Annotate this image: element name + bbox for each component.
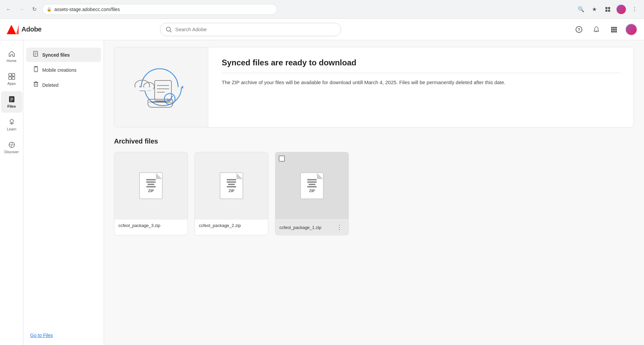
archived-files-grid: ZIP ccfeol_package_3.zip bbox=[114, 152, 634, 235]
svg-rect-14 bbox=[613, 29, 615, 31]
trash-icon bbox=[33, 81, 39, 89]
mobile-icon bbox=[33, 66, 39, 74]
archived-file-card-2[interactable]: ZIP ccfeol_package_2.zip bbox=[195, 152, 268, 235]
svg-rect-12 bbox=[615, 27, 617, 28]
main-layout: Home Apps Files bbox=[0, 40, 644, 345]
svg-rect-20 bbox=[12, 73, 15, 76]
svg-rect-13 bbox=[611, 29, 613, 31]
notifications-button[interactable] bbox=[590, 23, 602, 36]
svg-rect-15 bbox=[615, 29, 617, 31]
reload-button[interactable]: ↻ bbox=[30, 5, 39, 14]
files-icon bbox=[8, 96, 15, 103]
search-bar[interactable] bbox=[160, 23, 341, 36]
mobile-creations-label: Mobile creations bbox=[42, 67, 76, 73]
sidebar-item-home[interactable]: Home bbox=[1, 46, 22, 67]
discover-icon bbox=[8, 141, 15, 149]
home-label: Home bbox=[7, 59, 16, 63]
archived-section-title: Archived files bbox=[114, 137, 634, 145]
browser-chrome: ← → ↻ 🔒 assets-stage.adobecc.com/files 🔍… bbox=[0, 0, 644, 19]
banner-content: Synced files are ready to download The Z… bbox=[208, 47, 634, 127]
svg-point-6 bbox=[166, 27, 170, 31]
learn-icon bbox=[8, 118, 15, 126]
main-content: Synced files are ready to download The Z… bbox=[104, 40, 644, 345]
sidebar-item-learn[interactable]: Learn bbox=[1, 114, 22, 135]
deleted-label: Deleted bbox=[42, 82, 58, 88]
archived-file-card-3[interactable]: ZIP ccfeol_package_1.zip ⋮ bbox=[275, 152, 349, 235]
file-thumb-1: ZIP bbox=[114, 152, 187, 219]
menu-button[interactable]: ⋮ bbox=[629, 4, 640, 15]
file-thumb-2: ZIP bbox=[195, 152, 268, 219]
search-icon bbox=[166, 26, 172, 33]
svg-rect-0 bbox=[605, 7, 607, 9]
forward-button[interactable]: → bbox=[17, 5, 26, 14]
files-label: Files bbox=[7, 104, 16, 108]
adobe-header: Adobe ? bbox=[0, 19, 644, 40]
synced-files-label: Synced files bbox=[42, 52, 70, 58]
user-avatar[interactable] bbox=[625, 23, 637, 36]
sidebar-item-files[interactable]: Files bbox=[1, 91, 22, 113]
sync-illustration-svg bbox=[131, 57, 192, 117]
svg-rect-21 bbox=[9, 77, 11, 79]
svg-rect-16 bbox=[611, 31, 613, 33]
sidebar-item-discover[interactable]: Discover bbox=[1, 137, 22, 158]
sidebar-synced-files[interactable]: Synced files bbox=[26, 48, 101, 62]
url-text: assets-stage.adobecc.com/files bbox=[54, 7, 120, 12]
svg-rect-17 bbox=[613, 31, 615, 33]
svg-rect-42 bbox=[155, 80, 171, 101]
file-name-2: ccfeol_package_2.zip bbox=[199, 223, 241, 228]
waffle-icon bbox=[610, 26, 618, 33]
sidebar-item-apps[interactable]: Apps bbox=[1, 68, 22, 90]
help-icon: ? bbox=[575, 26, 583, 33]
search-input[interactable] bbox=[175, 26, 335, 32]
zip-icon-1: ZIP bbox=[139, 172, 163, 199]
svg-rect-18 bbox=[615, 31, 617, 33]
file-footer-2: ccfeol_package_2.zip bbox=[195, 219, 268, 231]
svg-rect-2 bbox=[605, 10, 607, 12]
svg-rect-3 bbox=[608, 10, 610, 12]
left-sidebar: Home Apps Files bbox=[0, 40, 23, 345]
apps-waffle-button[interactable] bbox=[608, 23, 620, 36]
back-button[interactable]: ← bbox=[4, 5, 13, 14]
svg-rect-36 bbox=[35, 67, 37, 67]
svg-rect-22 bbox=[12, 77, 15, 79]
bookmark-button[interactable]: ★ bbox=[589, 4, 600, 15]
apps-label: Apps bbox=[7, 81, 16, 85]
zip-icon-2: ZIP bbox=[220, 172, 243, 199]
sync-banner: Synced files are ready to download The Z… bbox=[114, 47, 634, 127]
svg-point-37 bbox=[36, 70, 36, 71]
help-button[interactable]: ? bbox=[573, 23, 585, 36]
file-name-1: ccfeol_package_3.zip bbox=[118, 223, 160, 228]
file-more-button-3[interactable]: ⋮ bbox=[334, 223, 344, 232]
sidebar-mobile-creations[interactable]: Mobile creations bbox=[26, 63, 101, 77]
zip-icon-3: ZIP bbox=[300, 172, 324, 199]
file-checkbox-3[interactable] bbox=[279, 156, 285, 162]
svg-marker-5 bbox=[16, 25, 19, 34]
archived-section: Archived files ZIP bbox=[114, 137, 634, 235]
banner-illustration bbox=[114, 47, 208, 127]
svg-rect-1 bbox=[608, 7, 610, 9]
bell-icon bbox=[593, 26, 600, 33]
file-footer-1: ccfeol_package_3.zip bbox=[114, 219, 187, 231]
file-thumb-3: ZIP bbox=[275, 152, 348, 219]
svg-text:?: ? bbox=[578, 27, 580, 32]
banner-divider bbox=[222, 73, 620, 73]
zoom-button[interactable]: 🔍 bbox=[576, 4, 586, 15]
file-name-3: ccfeol_package_1.zip bbox=[279, 225, 321, 230]
discover-label: Discover bbox=[4, 150, 19, 154]
svg-point-27 bbox=[10, 119, 13, 123]
svg-rect-23 bbox=[9, 96, 14, 102]
adobe-logo[interactable]: Adobe bbox=[7, 25, 42, 34]
svg-rect-39 bbox=[34, 82, 38, 87]
archived-file-card-1[interactable]: ZIP ccfeol_package_3.zip bbox=[114, 152, 188, 235]
svg-rect-10 bbox=[611, 27, 613, 28]
svg-marker-4 bbox=[7, 25, 16, 34]
adobe-logo-text: Adobe bbox=[21, 25, 42, 33]
file-footer-3: ccfeol_package_1.zip ⋮ bbox=[275, 219, 348, 235]
home-icon bbox=[8, 50, 15, 57]
banner-title: Synced files are ready to download bbox=[222, 58, 620, 67]
go-to-files-link[interactable]: Go to Files bbox=[30, 333, 53, 338]
extension-icon[interactable] bbox=[602, 4, 613, 15]
address-bar[interactable]: 🔒 assets-stage.adobecc.com/files bbox=[42, 4, 277, 15]
sidebar-deleted[interactable]: Deleted bbox=[26, 78, 101, 92]
profile-browser-button[interactable] bbox=[616, 4, 627, 15]
